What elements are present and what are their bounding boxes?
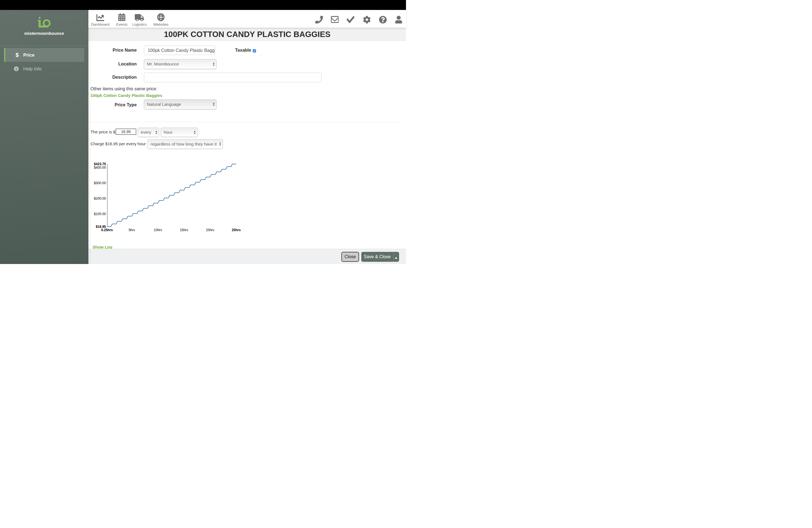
svg-text:20hrs: 20hrs bbox=[206, 228, 214, 232]
svg-text:25hrs: 25hrs bbox=[232, 228, 241, 232]
svg-text:$200.00: $200.00 bbox=[94, 196, 106, 201]
svg-text:0.25hrs: 0.25hrs bbox=[101, 228, 113, 232]
svg-text:15hrs: 15hrs bbox=[180, 228, 188, 232]
svg-text:$423.75: $423.75 bbox=[94, 162, 106, 166]
svg-text:$300.00: $300.00 bbox=[94, 181, 106, 185]
svg-text:10hrs: 10hrs bbox=[154, 228, 162, 232]
svg-text:5hrs: 5hrs bbox=[129, 228, 135, 232]
svg-text:$400.00: $400.00 bbox=[94, 166, 106, 170]
svg-text:$100.00: $100.00 bbox=[94, 212, 106, 216]
